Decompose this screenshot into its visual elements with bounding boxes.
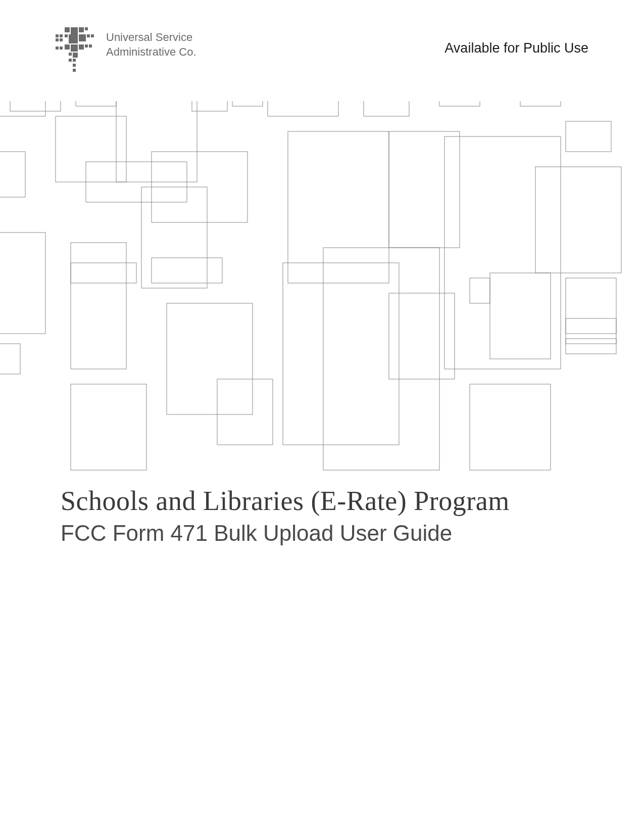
svg-rect-12 xyxy=(79,34,86,41)
usac-logo-icon xyxy=(56,25,101,76)
svg-rect-1 xyxy=(60,34,63,37)
svg-rect-47 xyxy=(283,263,399,445)
svg-rect-37 xyxy=(71,263,136,283)
svg-rect-58 xyxy=(535,167,621,273)
svg-rect-29 xyxy=(0,233,45,334)
svg-rect-7 xyxy=(71,27,78,34)
svg-rect-57 xyxy=(520,101,561,106)
svg-rect-35 xyxy=(152,152,247,222)
document-title: Schools and Libraries (E-Rate) Program xyxy=(61,485,583,517)
svg-rect-25 xyxy=(73,69,76,72)
svg-rect-40 xyxy=(141,187,207,288)
svg-rect-19 xyxy=(89,44,92,48)
svg-rect-62 xyxy=(566,121,611,152)
svg-rect-13 xyxy=(87,34,90,37)
svg-rect-20 xyxy=(69,53,72,56)
svg-rect-8 xyxy=(79,27,84,32)
svg-rect-27 xyxy=(10,101,61,111)
svg-rect-60 xyxy=(566,318,616,334)
svg-rect-15 xyxy=(65,44,70,50)
decorative-rectangles xyxy=(0,101,644,475)
title-block: Schools and Libraries (E-Rate) Program F… xyxy=(61,485,583,546)
svg-rect-3 xyxy=(60,38,63,41)
svg-rect-2 xyxy=(56,38,59,41)
svg-rect-0 xyxy=(56,34,59,37)
svg-rect-56 xyxy=(470,384,551,470)
svg-rect-38 xyxy=(152,258,222,283)
svg-rect-45 xyxy=(268,101,338,116)
svg-rect-11 xyxy=(69,34,78,43)
svg-rect-14 xyxy=(91,34,94,37)
document-subtitle: FCC Form 471 Bulk Upload User Guide xyxy=(61,521,583,546)
svg-rect-22 xyxy=(69,59,72,62)
svg-rect-26 xyxy=(0,101,45,116)
svg-rect-24 xyxy=(73,64,76,67)
logo-line-1: Universal Service xyxy=(106,30,196,45)
svg-rect-52 xyxy=(439,101,480,106)
svg-rect-18 xyxy=(85,44,88,48)
svg-rect-36 xyxy=(71,243,126,369)
svg-rect-50 xyxy=(389,131,460,248)
svg-rect-17 xyxy=(79,44,84,50)
logo-text: Universal Service Administrative Co. xyxy=(106,30,196,59)
logo-line-2: Administrative Co. xyxy=(106,45,196,60)
svg-rect-39 xyxy=(71,384,146,470)
svg-rect-55 xyxy=(470,278,490,303)
svg-rect-43 xyxy=(192,101,227,111)
svg-rect-44 xyxy=(232,101,263,106)
svg-rect-9 xyxy=(85,27,88,30)
svg-rect-33 xyxy=(116,101,197,182)
svg-rect-59 xyxy=(566,278,616,344)
svg-rect-34 xyxy=(86,162,187,202)
svg-rect-31 xyxy=(56,116,126,182)
svg-rect-48 xyxy=(323,248,439,470)
svg-rect-42 xyxy=(217,379,273,445)
logo-block: Universal Service Administrative Co. xyxy=(56,25,196,76)
svg-rect-5 xyxy=(60,47,63,50)
svg-rect-41 xyxy=(167,303,253,414)
svg-rect-6 xyxy=(65,27,70,32)
svg-rect-16 xyxy=(71,44,78,52)
svg-rect-61 xyxy=(566,339,616,354)
svg-rect-30 xyxy=(0,344,20,374)
svg-rect-46 xyxy=(288,131,389,283)
svg-rect-54 xyxy=(490,273,551,359)
svg-rect-32 xyxy=(76,101,116,106)
svg-rect-49 xyxy=(364,101,409,116)
svg-rect-28 xyxy=(0,152,25,197)
svg-rect-4 xyxy=(56,47,59,50)
svg-rect-10 xyxy=(65,34,68,37)
svg-rect-53 xyxy=(444,136,561,369)
page-header: Universal Service Administrative Co. Ava… xyxy=(0,25,644,76)
svg-rect-51 xyxy=(389,293,455,379)
svg-rect-21 xyxy=(73,53,78,58)
availability-label: Available for Public Use xyxy=(444,40,588,56)
svg-rect-23 xyxy=(73,59,76,62)
